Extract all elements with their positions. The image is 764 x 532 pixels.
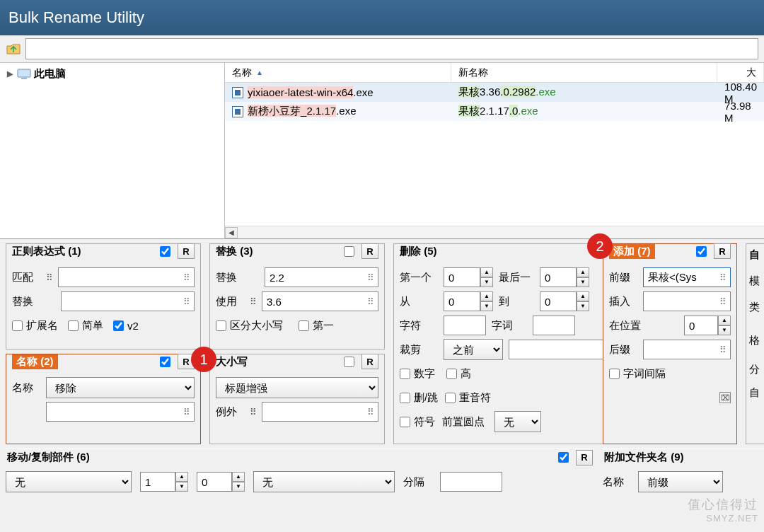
move-mode-select[interactable]: 无: [6, 471, 132, 492]
regex-match-input[interactable]: [58, 267, 195, 287]
words-input[interactable]: [533, 316, 575, 335]
high-checkbox[interactable]: 高: [446, 367, 471, 381]
col-newname[interactable]: 新名称: [451, 63, 717, 82]
file-list: 名称 ▲ 新名称 大 yixiaoer-latest-win-x64.exe 果…: [225, 63, 764, 238]
reset-button[interactable]: R: [714, 243, 731, 259]
from-input[interactable]: [444, 291, 480, 311]
symbols-checkbox[interactable]: 符号: [400, 415, 435, 429]
table-row[interactable]: 新榜小豆芽_2.1.17.exe 果核2.1.17.0.exe 73.98 M: [225, 102, 764, 121]
accents-checkbox[interactable]: 重音符: [445, 391, 491, 405]
ds-checkbox[interactable]: 删/跳: [400, 391, 438, 405]
replace-with-input[interactable]: [262, 291, 378, 311]
to-input[interactable]: [540, 291, 577, 311]
regex-enable-checkbox[interactable]: [160, 246, 170, 257]
group-name: 名称 (2) R 名称 移除 ⠿: [6, 354, 201, 444]
computer-icon: [17, 69, 31, 80]
address-bar: [0, 35, 764, 62]
bullets-icon[interactable]: ⠿: [250, 296, 256, 307]
scroll-left-icon[interactable]: ◀: [225, 227, 238, 238]
name-enable-checkbox[interactable]: [160, 357, 170, 367]
group-add: 添加 (7) R 前缀 ⠿ 插入 ⠿ 在位置 ▲▼ 后缀 ⠿ 字词间隔 ⌧: [603, 243, 737, 444]
prefix-input[interactable]: [643, 267, 731, 287]
badge-2: 2: [587, 233, 613, 259]
tree-item-label: 此电脑: [34, 67, 66, 81]
case-except-input[interactable]: [262, 402, 378, 422]
expander-icon[interactable]: ▶: [6, 69, 14, 79]
clear-icon[interactable]: ⌧: [719, 392, 731, 403]
group-replace: 替换 (3) R 替换 ⠿ 使用 ⠿ ⠿ 区分大小写 第一: [209, 243, 385, 349]
replace-enable-checkbox[interactable]: [344, 246, 354, 257]
file-icon: [232, 106, 243, 117]
crop-select[interactable]: 之前: [444, 339, 503, 360]
watermark: 值心信得过SMYZ.NET: [688, 496, 758, 524]
main-panels: ▶ 此电脑 名称 ▲ 新名称 大 yixiaoer-latest-win-x64…: [0, 62, 764, 239]
table-row[interactable]: yixiaoer-latest-win-x64.exe 果核3.36.0.298…: [225, 83, 764, 102]
svg-rect-1: [21, 78, 27, 79]
group-case: 大小写 R 标题增强 例外 ⠿ ⠿: [209, 354, 385, 444]
ext-checkbox[interactable]: 扩展名: [12, 319, 58, 332]
v2-checkbox[interactable]: v2: [113, 320, 139, 332]
replace-from-input[interactable]: [265, 267, 378, 287]
move-enable-checkbox[interactable]: [558, 452, 569, 463]
case-checkbox[interactable]: 区分大小写: [216, 319, 283, 332]
group-append-folder: 附加文件夹名 (9) 名称 前缀: [603, 449, 764, 494]
name-value-input[interactable]: [46, 402, 195, 422]
reset-button[interactable]: R: [576, 450, 593, 466]
col-name[interactable]: 名称 ▲: [225, 63, 451, 82]
spin-down-button[interactable]: ▼: [480, 277, 493, 287]
move-where-select[interactable]: 无: [253, 471, 395, 492]
badge-1: 1: [191, 347, 216, 372]
first-n-input[interactable]: [444, 267, 480, 287]
sort-asc-icon: ▲: [256, 69, 263, 76]
reset-button[interactable]: R: [178, 243, 195, 259]
group-auto-partial: 自 模 类 格 分 自: [746, 243, 764, 444]
folder-up-icon[interactable]: [6, 41, 21, 57]
move-n1-input[interactable]: [140, 472, 175, 492]
group-regex: 正则表达式 (1) R 匹配 ⠿ ⠿ 替换 ⠿ 扩展名 简单 v2: [6, 243, 201, 349]
atpos-input[interactable]: [684, 316, 718, 335]
list-rows: yixiaoer-latest-win-x64.exe 果核3.36.0.298…: [225, 83, 764, 226]
move-sep-input[interactable]: [440, 472, 502, 492]
col-size[interactable]: 大: [717, 63, 764, 82]
lead-dot-select[interactable]: 无: [494, 411, 541, 432]
path-input[interactable]: [25, 38, 758, 59]
move-n0-input[interactable]: [197, 472, 232, 492]
regex-replace-input[interactable]: [61, 291, 195, 311]
suffix-input[interactable]: [643, 340, 731, 359]
wordspace-checkbox[interactable]: 字词间隔: [609, 367, 666, 381]
insert-input[interactable]: [643, 291, 731, 311]
add-enable-checkbox[interactable]: [696, 246, 707, 257]
title-bar: Bulk Rename Utility: [0, 0, 764, 35]
tree-item-this-pc[interactable]: ▶ 此电脑: [6, 67, 219, 81]
options-area: 正则表达式 (1) R 匹配 ⠿ ⠿ 替换 ⠿ 扩展名 简单 v2 名称 (2)…: [0, 239, 764, 250]
folder-mode-select[interactable]: 前缀: [638, 471, 723, 492]
reset-button[interactable]: R: [361, 243, 378, 259]
folder-tree[interactable]: ▶ 此电脑: [0, 63, 225, 238]
digits-checkbox[interactable]: 数字: [400, 367, 435, 381]
spin-up-button[interactable]: ▲: [480, 267, 493, 277]
simple-checkbox[interactable]: 简单: [68, 319, 103, 332]
list-header: 名称 ▲ 新名称 大: [225, 63, 764, 83]
case-enable-checkbox[interactable]: [344, 357, 354, 367]
group-move-copy: 移动/复制部件 (6) R 无 ▲▼ ▲▼ 无 分隔: [6, 449, 594, 494]
bullets-icon[interactable]: ⠿: [46, 272, 52, 283]
svg-rect-0: [18, 69, 30, 77]
first-checkbox[interactable]: 第一: [299, 319, 334, 332]
file-icon: [232, 87, 243, 98]
name-mode-select[interactable]: 移除: [46, 377, 195, 398]
last-n-input[interactable]: [540, 267, 577, 287]
bullets-icon[interactable]: ⠿: [250, 407, 256, 417]
reset-button[interactable]: R: [361, 354, 378, 369]
case-mode-select[interactable]: 标题增强: [216, 377, 378, 398]
chars-input[interactable]: [444, 316, 486, 335]
horizontal-scrollbar[interactable]: ◀: [225, 226, 764, 238]
app-title: Bulk Rename Utility: [8, 8, 144, 27]
